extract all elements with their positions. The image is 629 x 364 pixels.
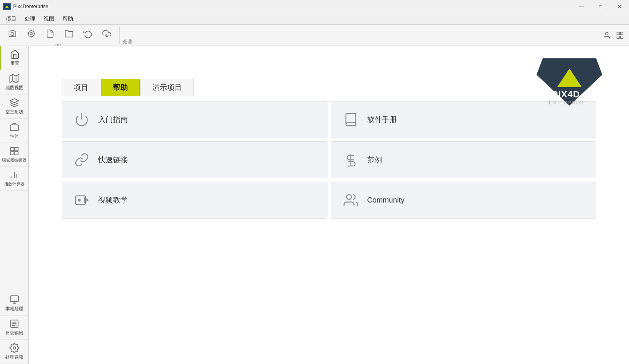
- svg-text:ENTERPRISE: ENTERPRISE: [549, 100, 586, 105]
- svg-rect-11: [617, 32, 620, 35]
- svg-rect-22: [15, 152, 18, 155]
- sidebar-item-local-processing[interactable]: 本地处理: [0, 291, 28, 316]
- svg-rect-14: [621, 36, 623, 38]
- process-toolbar-group: 处理: [123, 25, 132, 46]
- svg-rect-18: [10, 125, 18, 131]
- signpost-icon: [343, 152, 359, 168]
- card-manual-label: 软件手册: [367, 115, 397, 124]
- open-toolbar-btn[interactable]: [60, 25, 78, 43]
- title-bar: Pix4Denterprise — □ ✕: [0, 0, 629, 13]
- svg-marker-43: [84, 198, 88, 203]
- card-quick-links-label: 快速链接: [98, 155, 128, 165]
- card-examples[interactable]: 范例: [331, 141, 597, 178]
- toolbar-right-icons: [601, 30, 626, 41]
- card-quick-links[interactable]: 快速链接: [62, 141, 327, 178]
- user-icon-btn[interactable]: [601, 30, 613, 41]
- card-getting-started-label: 入门指南: [98, 115, 128, 124]
- tab-bar: 项目 帮助 演示项目: [62, 79, 195, 96]
- app-icon: [3, 3, 11, 10]
- maximize-button[interactable]: □: [591, 0, 610, 13]
- book-icon: [343, 111, 359, 128]
- tab-demo[interactable]: 演示项目: [141, 79, 194, 96]
- svg-rect-12: [621, 32, 623, 35]
- svg-point-2: [11, 32, 14, 35]
- toolbar: 项目 处理: [0, 25, 629, 46]
- tab-project[interactable]: 项目: [62, 79, 100, 96]
- svg-text:PIX4D: PIX4D: [552, 89, 580, 99]
- window-controls: — □ ✕: [572, 0, 629, 13]
- pix4d-logo: PIX4D ENTERPRISE: [535, 54, 604, 109]
- sidebar-label-local-processing: 本地处理: [5, 306, 23, 312]
- content-area: PIX4D ENTERPRISE 项目 帮助 演示项目 入门指南: [29, 46, 629, 364]
- camera-toolbar-btn[interactable]: [3, 25, 21, 43]
- export-toolbar-btn[interactable]: [98, 25, 116, 43]
- sidebar-label-home: 重置: [10, 60, 19, 67]
- svg-point-44: [78, 199, 81, 201]
- menu-project[interactable]: 项目: [2, 13, 21, 24]
- sidebar-item-settings[interactable]: 处理选项: [0, 340, 28, 364]
- svg-rect-20: [15, 147, 18, 151]
- close-button[interactable]: ✕: [610, 0, 629, 13]
- svg-rect-21: [11, 152, 14, 155]
- svg-rect-13: [617, 36, 620, 38]
- sidebar-item-log[interactable]: LOG 日志输出: [0, 316, 28, 340]
- grid-icon-btn[interactable]: [614, 30, 626, 41]
- svg-point-34: [13, 347, 16, 349]
- sidebar-label-map: 地图视图: [5, 85, 23, 91]
- svg-point-45: [346, 195, 351, 200]
- sidebar-item-index[interactable]: 指数计算器: [0, 167, 28, 191]
- project-toolbar-group: 项目: [3, 25, 116, 46]
- tab-help[interactable]: 帮助: [101, 79, 140, 96]
- card-getting-started[interactable]: 入门指南: [62, 101, 327, 138]
- main-layout: 重置 地图视图 空三射线 堆体 镶嵌图编辑器 指数计算器 本地处理 LOG: [0, 46, 629, 364]
- menu-view[interactable]: 视图: [39, 13, 58, 24]
- svg-rect-26: [10, 296, 18, 302]
- card-grid: 入门指南 软件手册 快速链接 范例: [62, 101, 596, 219]
- card-community-label: Community: [367, 196, 405, 205]
- minimize-button[interactable]: —: [572, 0, 591, 13]
- refresh-toolbar-btn[interactable]: [79, 25, 97, 43]
- svg-point-4: [30, 32, 32, 35]
- svg-text:LOG: LOG: [12, 324, 17, 327]
- sidebar: 重置 地图视图 空三射线 堆体 镶嵌图编辑器 指数计算器 本地处理 LOG: [0, 46, 29, 364]
- svg-point-10: [606, 32, 608, 35]
- title-bar-title: Pix4Denterprise: [13, 4, 626, 9]
- link-icon: [74, 152, 90, 168]
- target-toolbar-btn[interactable]: [22, 25, 40, 43]
- card-video-tutorials[interactable]: 视频教学: [62, 182, 327, 219]
- sidebar-label-log: 日志输出: [5, 330, 23, 336]
- process-group-label: 处理: [123, 39, 132, 46]
- svg-rect-19: [11, 147, 14, 151]
- sidebar-label-mosaic: 镶嵌图编辑器: [2, 157, 27, 163]
- svg-marker-15: [10, 74, 19, 83]
- sidebar-item-volume[interactable]: 堆体: [0, 119, 28, 143]
- sidebar-label-raycloud: 空三射线: [5, 109, 23, 115]
- menu-process[interactable]: 处理: [21, 13, 39, 24]
- new-toolbar-btn[interactable]: [41, 25, 59, 43]
- sidebar-item-map[interactable]: 地图视图: [0, 70, 28, 94]
- sidebar-item-mosaic[interactable]: 镶嵌图编辑器: [0, 143, 28, 167]
- sidebar-label-index: 指数计算器: [4, 181, 25, 187]
- svg-point-3: [28, 31, 35, 37]
- video-icon: [74, 192, 90, 208]
- menu-bar: 项目 处理 视图 帮助: [0, 13, 629, 25]
- card-community[interactable]: Community: [331, 182, 597, 219]
- community-icon: [343, 192, 359, 208]
- sidebar-label-settings: 处理选项: [5, 354, 23, 360]
- sidebar-label-volume: 堆体: [10, 133, 19, 139]
- menu-help[interactable]: 帮助: [58, 13, 77, 24]
- card-examples-label: 范例: [367, 155, 382, 165]
- power-icon: [74, 111, 90, 128]
- card-video-tutorials-label: 视频教学: [98, 195, 128, 205]
- sidebar-item-raycloud[interactable]: 空三射线: [0, 94, 28, 119]
